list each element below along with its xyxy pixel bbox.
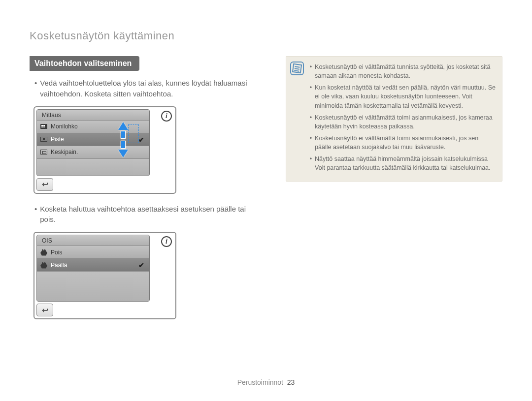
back-button[interactable]: ↩	[36, 304, 53, 316]
row-label: Piste	[51, 136, 64, 143]
row-label: Keskipain.	[51, 149, 78, 155]
info-button[interactable]: i	[160, 235, 173, 248]
footer: Perustoiminnot 23	[0, 378, 532, 386]
row-label: Monilohko	[51, 123, 78, 130]
note-list: •Kosketusnäyttö ei välttämättä tunnista …	[310, 62, 496, 172]
bullet-dot: •	[34, 78, 37, 99]
note-item: •Kun kosketat näyttöä tai vedät sen pääl…	[310, 83, 496, 110]
spot-icon	[40, 136, 48, 143]
filler	[37, 272, 149, 301]
intro-bullet: • Vedä vaihtoehtoluetteloa ylös tai alas…	[30, 78, 261, 99]
mid-bullet: • Kosketa haluttua vaihtoehtoa asettaaks…	[30, 204, 261, 225]
row-keskipain[interactable]: Keskipain.	[37, 146, 149, 159]
back-arrow-icon: ↩	[42, 306, 48, 315]
screenshot-2: i OIS Pois Päällä ✔	[33, 232, 176, 319]
page-number: 23	[287, 378, 295, 386]
row-pois[interactable]: Pois	[37, 246, 149, 259]
check-icon: ✔	[138, 261, 144, 269]
info-icon: i	[161, 236, 172, 247]
section-header: Vaihtoehdon valitseminen	[30, 56, 139, 71]
info-icon: i	[161, 111, 172, 122]
note-text: Kosketusnäyttö ei välttämättä tunnista s…	[315, 62, 496, 80]
note-item: •Kosketusnäyttö ei välttämättä toimi asi…	[310, 113, 496, 131]
note-item: •Kosketusnäyttö ei välttämättä tunnista …	[310, 62, 496, 80]
page-title: Kosketusnäytön käyttäminen	[30, 30, 502, 42]
left-column: Vaihtoehdon valitseminen • Vedä vaihtoeh…	[30, 56, 261, 329]
note-text: Kun kosketat näyttöä tai vedät sen pääll…	[315, 83, 496, 110]
back-button[interactable]: ↩	[36, 178, 53, 191]
info-button[interactable]: i	[160, 109, 173, 123]
note-box: •Kosketusnäyttö ei välttämättä tunnista …	[286, 56, 502, 182]
filler	[37, 159, 149, 176]
drag-indicator	[128, 124, 139, 143]
footer-label: Perustoiminnot	[237, 378, 283, 386]
note-item: •Näyttö saattaa näyttää himmeämmältä joi…	[310, 154, 496, 172]
row-paalla[interactable]: Päällä ✔	[37, 259, 149, 272]
note-icon	[290, 62, 304, 75]
row-label: Pois	[51, 249, 62, 256]
screenshot-1: i Mittaus Monilohko Piste ✔	[33, 106, 176, 194]
check-icon: ✔	[138, 136, 144, 144]
center-icon	[40, 149, 48, 155]
screenshot2-title: OIS	[37, 235, 149, 246]
note-text: Kosketusnäyttö ei välttämättä toimi asia…	[315, 134, 496, 152]
note-text: Kosketusnäyttö ei välttämättä toimi asia…	[315, 113, 496, 131]
note-item: •Kosketusnäyttö ei välttämättä toimi asi…	[310, 134, 496, 152]
screenshot1-title: Mittaus	[37, 110, 149, 121]
multi-icon	[40, 123, 48, 130]
ois-off-icon	[40, 249, 48, 256]
back-arrow-icon: ↩	[42, 180, 48, 189]
bullet-dot: •	[34, 204, 37, 225]
mid-bullet-text: Kosketa haluttua vaihtoehtoa asettaakses…	[40, 204, 261, 225]
right-column: •Kosketusnäyttö ei välttämättä tunnista …	[286, 56, 502, 329]
note-text: Näyttö saattaa näyttää himmeämmältä jois…	[315, 154, 496, 172]
ois-on-icon	[40, 262, 48, 269]
intro-bullet-text: Vedä vaihtoehtoluetteloa ylös tai alas, …	[40, 78, 261, 99]
row-label: Päällä	[51, 262, 67, 269]
